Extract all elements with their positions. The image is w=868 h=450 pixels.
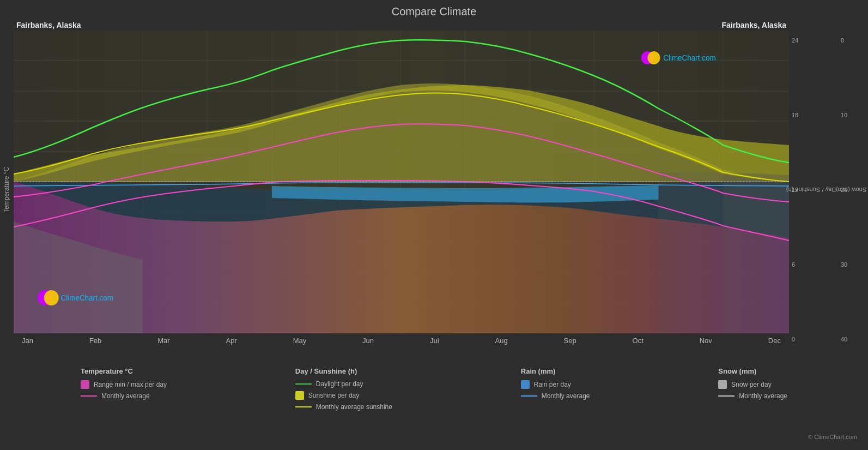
chart-header: Fairbanks, Alaska Fairbanks, Alaska [14,21,789,29]
temp-avg-swatch [81,395,97,397]
sunshine-avg-swatch [295,406,312,407]
legend-daylight: Daylight per day [295,380,392,388]
legend-sunshine-bar: Sunshine per day [295,391,392,400]
left-location-label: Fairbanks, Alaska [16,21,81,29]
legend-temp-title: Temperature °C [81,367,167,375]
svg-point-35 [44,290,59,305]
month-aug: Aug [495,337,508,345]
legend-rain-avg-label: Monthly average [542,392,590,400]
snow-avg-swatch [718,395,735,397]
legend-snow-avg-label: Monthly average [739,392,787,400]
legend-daylight-label: Daylight per day [316,380,363,388]
month-apr: Apr [226,337,236,345]
legend-temp-range: Range min / max per day [81,380,167,389]
sunshine-bar-swatch [295,391,304,400]
month-labels: Jan Feb Mar Apr May Jun Jul Aug Sep Oct … [14,335,789,345]
month-sep: Sep [564,337,576,345]
svg-text:ClimeChart.com: ClimeChart.com [61,294,113,302]
main-title: Compare Climate [0,5,868,18]
month-jan: Jan [22,337,33,345]
month-mar: Mar [157,337,169,345]
legend-rain-avg: Monthly average [521,392,590,400]
legend-snow-avg: Monthly average [718,392,787,400]
month-jul: Jul [430,337,439,345]
right-bottom-axis-label: Rain / Snow (mm) [691,184,868,195]
svg-text:ClimeChart.com: ClimeChart.com [663,54,715,62]
legend-rain-bar-label: Rain per day [534,381,571,388]
legend-sunshine-bar-label: Sunshine per day [308,392,359,399]
main-chart-svg: 50 40 30 20 10 -10 -20 -30 -40 -50 [14,31,789,333]
left-y-axis-label: Temperature °C [3,21,14,359]
legend-temp-avg-label: Monthly average [101,392,150,400]
month-may: May [293,337,307,345]
legend-rain-bar: Rain per day [521,380,590,389]
rain-avg-swatch [521,395,537,397]
legend-snow-title: Snow (mm) [718,367,787,375]
legend-temperature: Temperature °C Range min / max per day M… [81,367,167,411]
svg-point-38 [647,51,660,64]
legend-temp-avg: Monthly average [81,392,167,400]
page-container: Compare Climate Temperature °C Fairbanks… [0,0,868,450]
right-location-label: Fairbanks, Alaska [721,21,786,29]
month-nov: Nov [700,337,712,345]
copyright: © ClimeChart.com [808,434,857,440]
rain-bar-swatch [521,380,530,389]
legend-sunshine-avg: Monthly average sunshine [295,403,392,411]
legend-snow: Snow (mm) Snow per day Monthly average [718,367,787,411]
legend-sunshine: Day / Sunshine (h) Daylight per day Suns… [295,367,392,411]
legend-temp-range-label: Range min / max per day [94,381,167,388]
snow-bar-swatch [718,380,727,389]
month-oct: Oct [633,337,644,345]
legend-area: Temperature °C Range min / max per day M… [0,359,868,413]
legend-sunshine-title: Day / Sunshine (h) [295,367,392,375]
legend-snow-bar: Snow per day [718,380,787,389]
legend-rain: Rain (mm) Rain per day Monthly average [521,367,590,411]
month-jun: Jun [362,337,374,345]
month-feb: Feb [89,337,101,345]
month-dec: Dec [768,337,781,345]
legend-snow-bar-label: Snow per day [731,381,771,388]
daylight-swatch [295,383,312,385]
legend-rain-title: Rain (mm) [521,367,590,375]
temp-range-swatch [81,380,89,389]
legend-sunshine-avg-label: Monthly average sunshine [316,403,392,411]
